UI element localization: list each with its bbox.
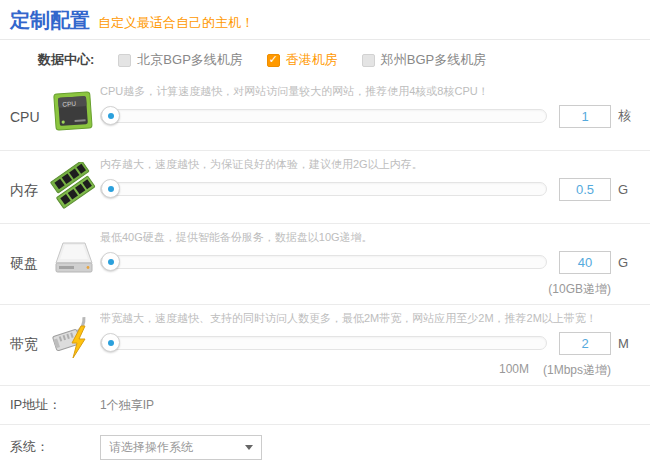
cpu-value-input[interactable]: [559, 105, 611, 128]
slider-handle-dot: [108, 186, 114, 192]
page-title: 定制配置: [10, 7, 90, 34]
disk-value-input[interactable]: [559, 251, 611, 274]
checkbox-label: 香港机房: [286, 51, 338, 69]
memory-config-row: 内存 内存越大，速度越快，为保证良: [0, 151, 650, 224]
svg-text:CPU: CPU: [62, 100, 76, 108]
slider-track[interactable]: [100, 255, 547, 269]
memory-slider[interactable]: [100, 182, 547, 196]
ip-address-row: IP地址： 1个独享IP: [0, 386, 650, 425]
bandwidth-value-input[interactable]: [559, 332, 611, 355]
bandwidth-description: 带宽越大，速度越快、支持的同时访问人数更多，最低2M带宽，网站应用至少2M，推荐…: [100, 310, 640, 326]
memory-description: 内存越大，速度越快，为保证良好的体验，建议使用2G以上内存。: [100, 156, 640, 172]
checkbox-icon[interactable]: [362, 54, 375, 67]
slider-handle-dot: [108, 340, 114, 346]
slider-handle[interactable]: [101, 333, 120, 352]
cpu-slider[interactable]: [100, 109, 547, 123]
cpu-unit-label: 核: [618, 107, 640, 125]
disk-increment-note: (10GB递增): [548, 281, 611, 298]
ip-address-value: 1个独享IP: [100, 397, 154, 414]
memory-label: 内存: [10, 156, 50, 223]
checkbox-zhengzhou[interactable]: 郑州BGP多线机房: [362, 51, 486, 69]
checkbox-icon[interactable]: [118, 54, 131, 67]
cpu-label: CPU: [10, 83, 50, 150]
bandwidth-config-row: 带宽 带宽越大，速度越快、支持的同时访问人数更多，最低2M带宽，网站应用至少2M…: [0, 305, 650, 386]
ip-address-label: IP地址：: [10, 396, 100, 414]
disk-label: 硬盘: [10, 229, 50, 304]
slider-handle-dot: [108, 259, 114, 265]
memory-unit-label: G: [618, 182, 640, 197]
slider-handle[interactable]: [101, 252, 120, 271]
caret-down-icon: [245, 445, 253, 450]
os-select-placeholder: 请选择操作系统: [109, 439, 193, 456]
os-select[interactable]: 请选择操作系统: [100, 435, 262, 460]
slider-track[interactable]: [100, 182, 547, 196]
datacenter-label: 数据中心:: [38, 51, 94, 69]
bandwidth-max-label: 100M: [499, 362, 529, 379]
cpu-description: CPU越多，计算速度越快，对网站访问量较大的网站，推荐使用4核或8核CPU！: [100, 83, 640, 99]
memory-icon: [50, 156, 100, 223]
disk-unit-label: G: [618, 255, 640, 270]
slider-track[interactable]: [100, 336, 547, 350]
disk-icon: [50, 229, 100, 304]
checkbox-label: 北京BGP多线机房: [137, 51, 242, 69]
slider-handle[interactable]: [101, 179, 120, 198]
page-subtitle: 自定义最适合自己的主机！: [98, 14, 254, 32]
system-label: 系统：: [10, 438, 100, 456]
checkbox-hongkong[interactable]: 香港机房: [267, 51, 338, 69]
bandwidth-icon: [50, 310, 100, 385]
slider-handle[interactable]: [101, 106, 120, 125]
bandwidth-slider[interactable]: [100, 336, 547, 350]
datacenter-row: 数据中心: 北京BGP多线机房 香港机房 郑州BGP多线机房: [0, 40, 650, 78]
slider-track[interactable]: [100, 109, 547, 123]
disk-config-row: 硬盘 最低40G硬盘，提供智能备份服务，数据盘以10G递增。 G (10GB递增…: [0, 224, 650, 305]
bandwidth-label: 带宽: [10, 310, 50, 385]
disk-slider[interactable]: [100, 255, 547, 269]
cpu-icon: CPU: [50, 83, 100, 150]
bandwidth-increment-note: (1Mbps递增): [543, 362, 611, 379]
bandwidth-unit-label: M: [618, 336, 640, 351]
page-header: 定制配置 自定义最适合自己的主机！: [0, 0, 650, 40]
slider-handle-dot: [108, 113, 114, 119]
checkbox-label: 郑州BGP多线机房: [381, 51, 486, 69]
checkbox-checked-icon[interactable]: [267, 54, 280, 67]
memory-value-input[interactable]: [559, 178, 611, 201]
cpu-config-row: CPU CPU CPU越多，计算速度越快，对网站访问量较大的网站，推荐使用4核或…: [0, 78, 650, 151]
system-row: 系统： 请选择操作系统: [0, 425, 650, 465]
checkbox-beijing[interactable]: 北京BGP多线机房: [118, 51, 242, 69]
disk-description: 最低40G硬盘，提供智能备份服务，数据盘以10G递增。: [100, 229, 640, 245]
